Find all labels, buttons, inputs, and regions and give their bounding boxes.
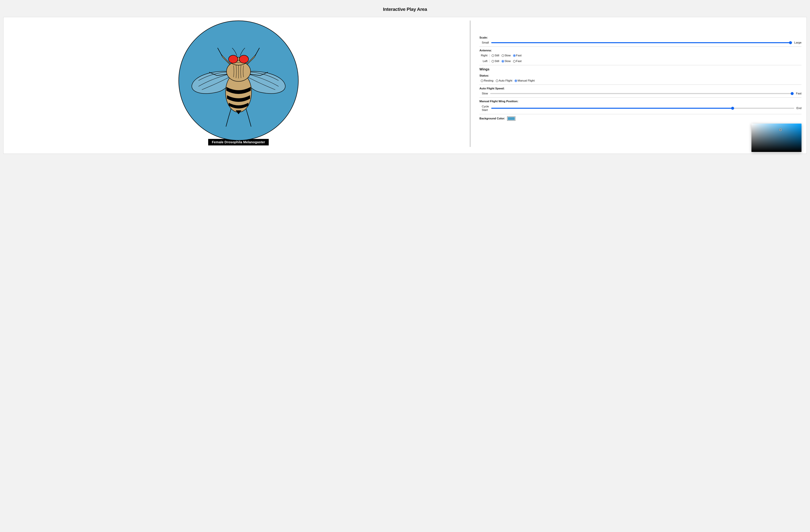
wings-status-resting[interactable]: Resting xyxy=(481,79,493,82)
antenna-right-still[interactable]: Still xyxy=(491,54,499,57)
antenna-right-label: Right xyxy=(480,54,489,57)
scale-section: Scale: Small Large xyxy=(480,34,801,47)
antenna-right-options: Still Slow Fast xyxy=(489,54,801,57)
drosophila-illustration xyxy=(183,31,294,131)
background-color-row: Background Color: xyxy=(480,114,801,121)
manual-pos-slider[interactable] xyxy=(491,108,794,109)
background-color-swatch-inner xyxy=(508,117,515,120)
background-color-label: Background Color: xyxy=(480,117,505,120)
antenna-left-slow[interactable]: Slow xyxy=(502,60,511,63)
color-picker-cursor[interactable] xyxy=(779,128,782,131)
antenna-left-still[interactable]: Still xyxy=(491,60,499,63)
interactive-panel: Female Drosophila Melanogaster Scale: Sm… xyxy=(3,17,807,154)
background-color-swatch[interactable] xyxy=(507,116,515,121)
antenna-right-fast[interactable]: Fast xyxy=(513,54,522,57)
preview-column: Female Drosophila Melanogaster xyxy=(9,20,468,147)
svg-point-2 xyxy=(228,55,238,63)
auto-speed-max-label: Fast xyxy=(796,92,801,95)
antenna-left-label: Left xyxy=(480,60,489,63)
manual-pos-label: Manual Flight Wing Position: xyxy=(480,100,801,103)
antenna-section: Antenna: Right Still Slow Fast Left Stil… xyxy=(480,47,801,65)
auto-speed-min-label: Slow xyxy=(480,92,488,95)
svg-point-3 xyxy=(239,55,248,63)
page-title: Interactive Play Area xyxy=(3,7,807,12)
auto-speed-section: Auto Flight Speed: Slow Fast xyxy=(480,85,801,98)
wings-status-auto[interactable]: Auto Flight xyxy=(496,79,512,82)
scale-slider[interactable] xyxy=(491,42,792,43)
manual-pos-max-label: End xyxy=(796,107,801,110)
antenna-left-options: Still Slow Fast xyxy=(489,60,801,63)
auto-speed-slider xyxy=(490,93,794,94)
manual-pos-section: Manual Flight Wing Position: CycleStart … xyxy=(480,98,801,114)
wings-status-label: Status: xyxy=(480,74,801,77)
wings-status-options: Resting Auto Flight Manual Flight xyxy=(480,79,801,82)
color-picker-popover[interactable] xyxy=(751,124,801,152)
wings-status-manual[interactable]: Manual Flight xyxy=(515,79,535,82)
scale-min-label: Small xyxy=(480,41,489,44)
controls-column: Scale: Small Large Antenna: Right Still … xyxy=(470,20,801,147)
manual-pos-min-label: CycleStart xyxy=(480,105,489,112)
scale-max-label: Large xyxy=(794,41,801,44)
antenna-left-fast[interactable]: Fast xyxy=(513,60,522,63)
preview-circle-wrap xyxy=(178,20,298,141)
wings-heading-section: Wings xyxy=(480,65,801,72)
auto-speed-label: Auto Flight Speed: xyxy=(480,87,801,90)
scale-label: Scale: xyxy=(480,36,801,39)
antenna-label: Antenna: xyxy=(480,49,801,52)
antenna-right-slow[interactable]: Slow xyxy=(502,54,511,57)
preview-circle xyxy=(178,20,298,141)
wings-heading: Wings xyxy=(480,67,801,71)
wings-status-section: Status: Resting Auto Flight Manual Fligh… xyxy=(480,72,801,85)
